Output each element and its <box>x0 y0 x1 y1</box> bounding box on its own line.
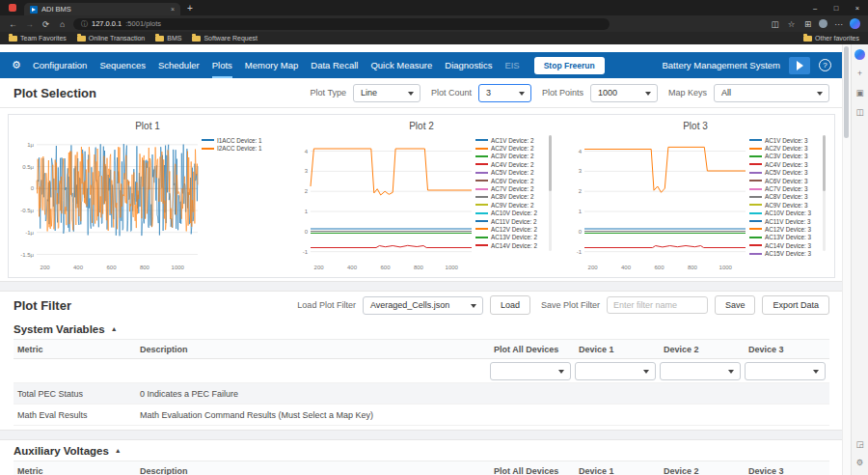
legend-swatch <box>475 212 488 214</box>
copilot-icon[interactable] <box>850 18 860 29</box>
plot-count-select[interactable]: 3 <box>478 84 531 102</box>
legend-item[interactable]: AC11V Device: 2 <box>475 217 553 225</box>
favorites-item-software-request[interactable]: Software Request <box>192 35 258 42</box>
legend-item[interactable]: AC1V Device: 3 <box>749 136 827 144</box>
other-favorites[interactable]: Other favorites <box>803 35 859 42</box>
legend-scrollbar[interactable] <box>823 135 826 251</box>
new-tab-button[interactable]: + <box>187 3 193 14</box>
legend-item[interactable]: AC2V Device: 3 <box>749 144 827 152</box>
nav-item-memory-map[interactable]: Memory Map <box>245 52 298 78</box>
help-icon[interactable]: ? <box>819 59 831 71</box>
minimize-button[interactable]: – <box>804 0 826 15</box>
legend-item[interactable]: AC10V Device: 3 <box>749 210 827 217</box>
map-keys-select[interactable]: All <box>714 84 829 102</box>
favorites-star-icon[interactable]: ☆ <box>786 19 797 29</box>
nav-item-scheduler[interactable]: Scheduler <box>158 52 200 78</box>
legend-item[interactable]: AC14V Device: 3 <box>749 241 827 249</box>
close-button[interactable]: × <box>847 0 868 15</box>
favorites-item-team-favorites[interactable]: Team Favorites <box>9 35 67 42</box>
forward-icon[interactable]: → <box>24 19 35 29</box>
stop-freerun-button[interactable]: Stop Freerun <box>534 57 605 74</box>
device-2-select[interactable] <box>660 362 741 380</box>
nav-item-plots[interactable]: Plots <box>212 52 232 78</box>
load-plot-filter-select[interactable]: Averaged_Cells.json <box>363 296 483 315</box>
profile-avatar[interactable] <box>819 19 827 28</box>
legend-item[interactable]: I1ACC Device: 1 <box>202 136 279 144</box>
legend-item[interactable]: AC5V Device: 2 <box>475 169 553 177</box>
tab-close-icon[interactable]: × <box>171 6 175 13</box>
plot-type-select[interactable]: Line <box>353 84 420 102</box>
legend-item[interactable]: AC8V Device: 2 <box>475 193 553 201</box>
legend-item[interactable]: AC3V Device: 3 <box>749 153 827 160</box>
home-icon[interactable]: ⌂ <box>57 19 68 29</box>
legend-item[interactable]: AC5V Device: 3 <box>749 169 827 177</box>
legend-item[interactable]: AC13V Device: 3 <box>749 234 827 241</box>
device-1-select[interactable] <box>575 362 656 380</box>
nav-item-quick-measure[interactable]: Quick Measure <box>370 52 432 78</box>
page-scrollbar[interactable] <box>842 44 851 475</box>
maximize-button[interactable]: □ <box>826 0 847 15</box>
legend-item[interactable]: AC7V Device: 3 <box>749 184 827 192</box>
legend-item[interactable]: AC8V Device: 3 <box>749 193 827 201</box>
auxiliary-voltages-collapse-header[interactable]: Auxiliary Voltages ▲ <box>14 440 829 461</box>
load-button[interactable]: Load <box>490 295 530 315</box>
address-bar[interactable]: ⓘ 127.0.0.1:5001/plots <box>73 18 610 30</box>
save-button[interactable]: Save <box>715 295 756 315</box>
legend-item[interactable]: AC1V Device: 2 <box>475 136 553 144</box>
nav-item-diagnostics[interactable]: Diagnostics <box>445 52 492 78</box>
chart-plot-3[interactable]: 43210-12004006008001000 <box>558 131 749 272</box>
plot-points-select[interactable]: 1000 <box>590 84 658 102</box>
sidebar-apps-icon[interactable]: ▣ <box>854 87 866 98</box>
legend-item[interactable]: AC3V Device: 2 <box>475 153 553 160</box>
nav-item-sequences[interactable]: Sequences <box>99 52 146 78</box>
legend-item[interactable]: AC12V Device: 3 <box>749 225 827 233</box>
screenshot-tool-icon[interactable]: ◲ <box>854 438 866 450</box>
site-info-icon[interactable]: ⓘ <box>81 19 88 29</box>
sidebar-settings-icon[interactable]: ⚙ <box>854 457 866 468</box>
split-screen-icon[interactable]: ◫ <box>770 19 780 29</box>
legend-item[interactable]: AC14V Device: 2 <box>475 241 553 249</box>
legend-scrollbar[interactable] <box>549 135 552 251</box>
column-metric: Metric <box>14 345 136 354</box>
copilot-sidebar-icon[interactable] <box>854 49 865 60</box>
refresh-icon[interactable]: ⟳ <box>41 19 51 29</box>
filter-name-input[interactable] <box>607 296 708 314</box>
legend-item[interactable]: AC12V Device: 2 <box>475 225 553 233</box>
favorites-item-online-transaction[interactable]: Online Transaction <box>77 35 145 42</box>
legend-item[interactable]: AC6V Device: 2 <box>475 177 553 184</box>
plot-all-devices-select[interactable] <box>490 362 571 380</box>
legend-item[interactable]: AC4V Device: 2 <box>475 160 553 168</box>
legend-item[interactable]: AC15V Device: 3 <box>749 249 827 257</box>
legend-item[interactable]: AC2V Device: 2 <box>475 144 553 152</box>
settings-gear-icon[interactable]: ⚙ <box>12 59 21 71</box>
workspace-icon[interactable] <box>9 4 16 12</box>
legend-label: AC1V Device: 3 <box>765 137 807 144</box>
legend-label: AC4V Device: 2 <box>491 161 533 168</box>
sidebar-add-icon[interactable]: + <box>854 68 866 79</box>
sidebar-split-icon[interactable]: ◫ <box>854 106 866 118</box>
nav-item-eis[interactable]: EIS <box>504 52 519 78</box>
legend-item[interactable]: AC9V Device: 3 <box>749 201 827 209</box>
legend-item[interactable]: I2ACC Device: 1 <box>202 144 279 152</box>
legend-item[interactable]: AC10V Device: 2 <box>475 210 553 217</box>
legend-item[interactable]: AC9V Device: 2 <box>475 201 553 209</box>
favorites-item-bms[interactable]: BMS <box>155 35 181 42</box>
nav-item-data-recall[interactable]: Data Recall <box>311 52 358 78</box>
chart-plot-1[interactable]: 1μ0.5μ0-0.5μ-1μ-1.5μ2004006008001000 <box>11 131 202 272</box>
legend-item[interactable]: AC4V Device: 3 <box>749 160 827 168</box>
collections-icon[interactable]: ⊞ <box>802 19 813 29</box>
device-3-select[interactable] <box>745 362 826 380</box>
chart-plot-2[interactable]: 43210-12004006008001000 <box>285 131 475 272</box>
legend-item[interactable]: AC6V Device: 3 <box>749 177 827 184</box>
nav-item-configuration[interactable]: Configuration <box>33 52 88 78</box>
legend-swatch <box>749 163 762 165</box>
legend-item[interactable]: AC11V Device: 3 <box>749 217 827 225</box>
page-scrollbar-thumb[interactable] <box>844 46 849 138</box>
settings-menu-icon[interactable]: ⋯ <box>833 19 844 29</box>
legend-item[interactable]: AC7V Device: 2 <box>475 184 553 192</box>
system-variables-collapse-header[interactable]: System Variables ▲ <box>14 319 829 339</box>
legend-item[interactable]: AC13V Device: 2 <box>475 234 553 241</box>
back-icon[interactable]: ← <box>8 19 18 29</box>
browser-tab[interactable]: ADI BMS × <box>24 3 180 15</box>
export-data-button[interactable]: Export Data <box>762 295 829 315</box>
